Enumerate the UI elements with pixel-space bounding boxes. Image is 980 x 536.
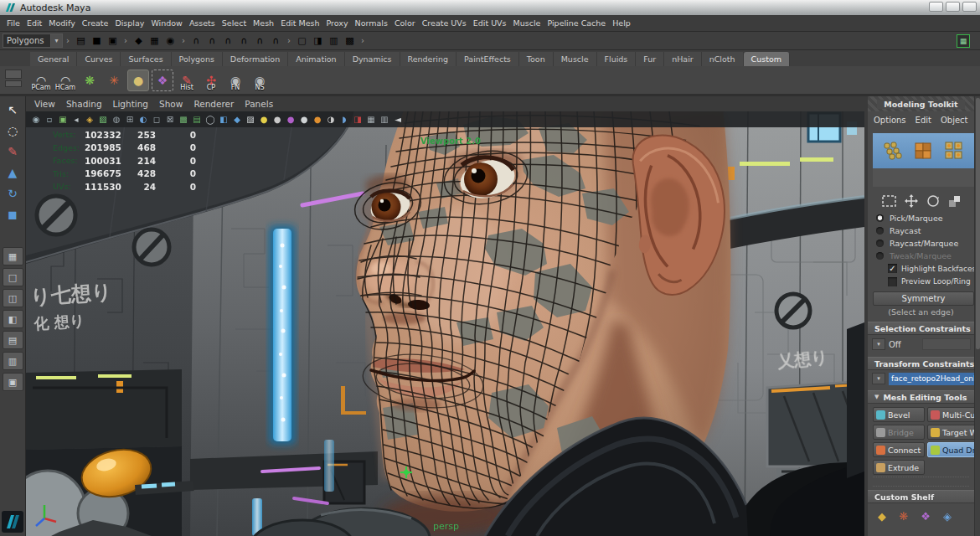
viewport-icon[interactable]: ◑ xyxy=(324,113,338,126)
mesh-tool-button[interactable]: Connect xyxy=(873,442,925,457)
menu-item[interactable]: Help xyxy=(609,18,634,28)
viewport-icon[interactable]: ◂ xyxy=(70,113,83,126)
tool-button[interactable]: ↻ xyxy=(3,183,23,204)
menu-item[interactable]: File xyxy=(3,18,23,28)
mesh-tool-button[interactable]: Quad Dr xyxy=(927,442,979,457)
mesh-tool-button[interactable]: Bridge xyxy=(873,425,925,440)
statusline-icon[interactable]: ∩ xyxy=(205,34,219,48)
shelf-tab[interactable]: nHair xyxy=(664,52,702,66)
viewport-icon[interactable]: ▩ xyxy=(177,113,190,126)
menu-item[interactable]: Edit Mesh xyxy=(277,18,322,28)
shelf-item[interactable]: ◉ FN xyxy=(224,70,246,91)
viewport-icon[interactable]: ● xyxy=(271,113,284,126)
statusline-icon[interactable]: ◨ xyxy=(311,34,325,48)
mesh-tool-button[interactable]: Multi-Cu xyxy=(927,407,979,422)
scale-tool-icon[interactable] xyxy=(948,195,961,208)
viewport-icon[interactable]: ⊞ xyxy=(123,113,137,126)
custom-shelf-icon[interactable]: ❖ xyxy=(916,507,935,525)
viewport-icon[interactable]: ● xyxy=(257,113,271,126)
tool-button[interactable]: ◼ xyxy=(3,204,23,224)
shelf-item[interactable]: ◠ PCam xyxy=(30,70,52,91)
marquee-tool-icon[interactable] xyxy=(882,195,896,207)
viewport-icon[interactable]: ▤ xyxy=(190,113,204,126)
shelf-item[interactable]: ✣ CP xyxy=(200,70,222,91)
vertex-mode-icon[interactable] xyxy=(882,140,904,162)
viewport-menu-item[interactable]: Show xyxy=(159,99,183,109)
menu-item[interactable]: Window xyxy=(147,18,185,28)
mesh-tool-button[interactable]: Target W xyxy=(927,425,979,440)
statusline-icon[interactable]: ▥ xyxy=(327,34,341,48)
layout-button[interactable]: ▣ xyxy=(3,373,23,391)
menu-item[interactable]: Mesh xyxy=(250,18,277,28)
tool-button[interactable]: ▲ xyxy=(3,162,23,183)
custom-shelf-header[interactable]: Custom Shelf xyxy=(868,490,974,503)
minimize-button[interactable] xyxy=(929,2,943,12)
statusline-icon[interactable]: ◉ xyxy=(163,34,178,48)
shelf-item[interactable]: ❋ xyxy=(79,70,101,91)
viewport-menu-item[interactable]: Shading xyxy=(66,99,102,109)
statusline-icon[interactable]: ∩ xyxy=(221,34,235,48)
tool-button[interactable]: ◌ xyxy=(3,121,23,141)
viewport-icon[interactable]: ◗ xyxy=(338,113,351,126)
shelf-tab[interactable]: Fluids xyxy=(597,52,637,66)
shelf-tab[interactable]: nCloth xyxy=(702,52,744,66)
shelf-tab[interactable]: Muscle xyxy=(554,52,597,66)
custom-shelf-icon[interactable]: ❋ xyxy=(895,507,913,525)
rotate-tool-icon[interactable] xyxy=(926,194,940,208)
statusline-icon[interactable]: ∩ xyxy=(253,34,267,48)
viewport-icon[interactable]: ◨ xyxy=(351,113,364,126)
toolkit-menu-item[interactable]: Options xyxy=(874,116,906,125)
selection-mode-radio[interactable]: Pick/Marquee xyxy=(868,212,974,224)
statusline-icon[interactable]: ∩ xyxy=(269,34,283,48)
edge-mode-icon[interactable] xyxy=(912,140,934,162)
selection-constraints-header[interactable]: Selection Constraints xyxy=(868,322,974,335)
menu-item[interactable]: Normals xyxy=(352,18,391,28)
statusline-icon[interactable]: ▢ xyxy=(295,34,309,48)
mesh-editing-tools-header[interactable]: ▼Mesh Editing Tools xyxy=(868,390,974,404)
menu-set-dropdown[interactable]: Polygons ▾ xyxy=(3,34,63,48)
statusline-icon[interactable]: ▦ xyxy=(147,34,162,48)
shelf-tab[interactable]: Fur xyxy=(636,52,664,66)
shelf-tab[interactable]: Surfaces xyxy=(121,52,171,66)
menu-item[interactable]: Pipeline Cache xyxy=(544,18,609,28)
shelf-item[interactable]: ❖ xyxy=(152,70,173,91)
menu-item[interactable]: Assets xyxy=(186,18,219,28)
custom-shelf-icon[interactable]: ◈ xyxy=(938,507,957,525)
viewport-icon[interactable]: ● xyxy=(311,113,324,126)
toolkit-checkbox[interactable]: Preview Loop/Ring xyxy=(868,276,974,289)
maximize-button[interactable] xyxy=(946,2,960,12)
viewport-icon[interactable]: ◉ xyxy=(29,113,43,126)
shelf-tab[interactable]: Deformation xyxy=(223,52,288,66)
shelf-tab[interactable]: Toon xyxy=(519,52,554,66)
viewport-menu-item[interactable]: Lighting xyxy=(113,99,148,109)
menu-item[interactable]: Muscle xyxy=(510,18,544,28)
layout-button[interactable]: ▤ xyxy=(3,331,23,349)
selection-mode-radio[interactable]: Raycast xyxy=(868,224,974,237)
layout-button[interactable]: ◫ xyxy=(3,289,23,307)
viewport-icon[interactable]: ◆ xyxy=(230,113,244,126)
viewport-icon[interactable]: ▦ xyxy=(364,113,378,126)
statusline-icon[interactable]: ▣ xyxy=(106,34,120,48)
shelf-item[interactable]: ◉ NS xyxy=(249,70,271,91)
viewport-icon[interactable]: ◐ xyxy=(137,113,150,126)
shelf-tab[interactable]: Rendering xyxy=(400,52,457,66)
panel-scrollbar[interactable] xyxy=(974,96,980,536)
shelf-tab[interactable]: Polygons xyxy=(172,52,223,66)
dropdown-icon[interactable]: ▾ xyxy=(872,338,885,350)
constraint-field[interactable] xyxy=(922,338,971,350)
close-button[interactable] xyxy=(962,2,977,12)
menu-item[interactable]: Display xyxy=(111,18,147,28)
viewport-icon[interactable]: ▥ xyxy=(378,113,391,126)
statusline-icon[interactable]: ▤ xyxy=(74,34,88,48)
mesh-tool-button[interactable]: Bevel xyxy=(873,407,925,422)
symmetry-button[interactable]: Symmetry xyxy=(873,291,974,306)
viewport-icon[interactable]: ▫ xyxy=(43,113,56,126)
shelf-item[interactable]: ● xyxy=(127,70,149,91)
viewport-icon[interactable]: ⊠ xyxy=(163,113,177,126)
viewport-icon[interactable]: ◍ xyxy=(110,113,123,126)
shelf-item[interactable]: ✳ xyxy=(103,70,125,91)
statusline-icon[interactable]: ∩ xyxy=(189,34,204,48)
transform-constraints-header[interactable]: Transform Constraints xyxy=(868,357,974,370)
menu-item[interactable]: Create UVs xyxy=(419,18,470,28)
viewport-menu-item[interactable]: View xyxy=(34,99,55,109)
